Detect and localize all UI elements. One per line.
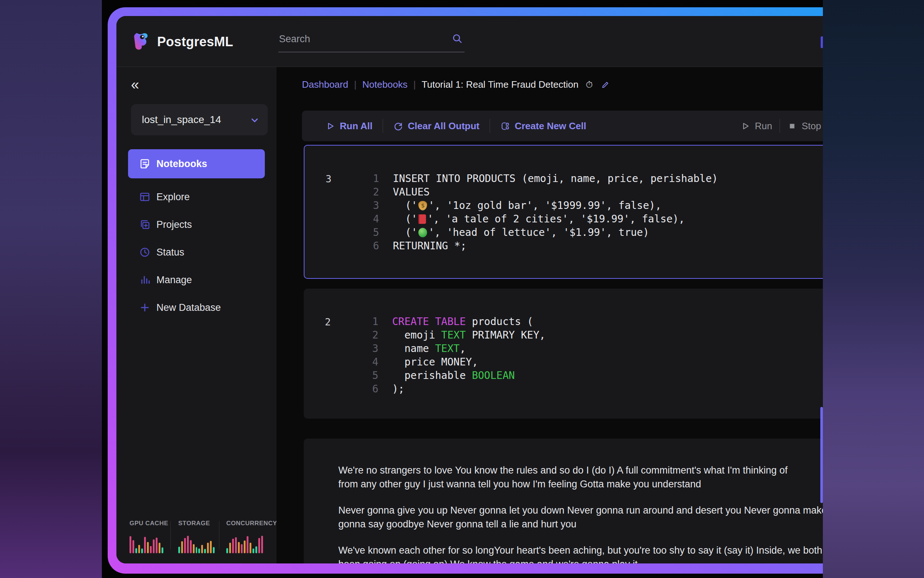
sidebar-item-label: Manage — [157, 274, 192, 286]
code-line: 3 name TEXT, — [304, 342, 823, 355]
toolbar-right-group: RunStop — [740, 110, 821, 141]
search-input[interactable]: Search — [278, 31, 464, 52]
sidebar-item-label: Notebooks — [157, 158, 207, 170]
search-icon[interactable] — [451, 33, 463, 44]
token: emoji — [392, 329, 441, 341]
code-line: 5 perishable BOOLEAN — [304, 369, 823, 382]
line-number: 4 — [304, 356, 378, 368]
sidebar-item-notebooks[interactable]: Notebooks — [128, 149, 265, 179]
meter-label: GPU CACHE — [129, 520, 170, 527]
button-label: Stop — [802, 120, 821, 132]
plus-icon — [139, 302, 150, 313]
stop-button[interactable]: Stop — [787, 120, 821, 132]
code-text: name TEXT, — [392, 343, 466, 354]
meter-label: CONCURRENCY — [226, 520, 267, 527]
sidebar-collapse-button[interactable]: « — [131, 77, 138, 92]
code-line: 3 ('', '1oz gold bar', '$1999.99', false… — [304, 199, 823, 212]
meter-bar — [156, 537, 157, 553]
meter-bar — [193, 544, 195, 553]
lyrics-line: been going on (going on) We know the gam… — [338, 557, 823, 563]
create-new-cell-button[interactable]: Create New Cell — [500, 120, 586, 132]
meter-bar — [178, 547, 180, 553]
stop-icon — [787, 121, 797, 131]
meter-divider — [219, 521, 219, 550]
lyrics-line: from any other guy I just wanna tell you… — [338, 477, 823, 491]
button-label: Create New Cell — [515, 120, 586, 132]
button-label: Clear All Output — [408, 120, 479, 132]
meter-bar — [159, 543, 160, 553]
meter-bar — [141, 549, 143, 553]
notebook-toolbar: Run AllClear All OutputCreate New Cell R… — [302, 110, 823, 141]
new-cell-icon — [500, 121, 510, 131]
meter-concurrency: CONCURRENCY — [226, 520, 267, 560]
meter-bar — [204, 549, 206, 553]
line-number: 1 — [304, 172, 379, 185]
refresh-icon — [393, 121, 403, 131]
code-line: 4 price MONEY, — [304, 355, 823, 369]
toolbar-left-group: Run AllClear All OutputCreate New Cell — [302, 110, 586, 141]
run-all-button[interactable]: Run All — [325, 120, 372, 132]
meter-gpu-cache: GPU CACHE — [129, 520, 170, 560]
sidebar-item-new-database[interactable]: New Database — [128, 294, 265, 321]
token: TEXT — [441, 329, 466, 341]
code-editor[interactable]: 1CREATE TABLE products (2 emoji TEXT PRI… — [304, 315, 823, 396]
search-underline — [278, 52, 464, 52]
meter-bar — [196, 547, 197, 553]
sidebar-item-projects[interactable]: Projects — [128, 211, 265, 238]
code-text: ('', 'head of lettuce', '$1.99', true) — [393, 226, 649, 239]
meter-bar-chart — [226, 531, 267, 553]
toolbar-divider — [490, 119, 490, 133]
code-text: VALUES — [393, 186, 430, 198]
meter-bar — [129, 536, 131, 553]
notebook-icon — [139, 158, 150, 170]
markdown-output: We're no strangers to love You know the … — [338, 463, 823, 563]
button-label: Run All — [340, 120, 372, 132]
database-selector[interactable]: lost_in_space_14 — [131, 104, 268, 135]
postgresml-logo-icon — [131, 31, 151, 52]
lettuce-emoji — [418, 228, 427, 237]
sidebar-item-explore[interactable]: Explore — [128, 183, 265, 210]
projects-icon — [139, 219, 150, 231]
top-navbar: PostgresML Search — [117, 16, 823, 67]
meter-bar — [181, 541, 183, 553]
scrollbar-thumb[interactable] — [820, 407, 823, 503]
code-text: ('', 'a tale of 2 cities', '$19.99', fal… — [393, 213, 685, 225]
lyrics-line: We've known each other for so longYour h… — [338, 544, 823, 557]
meter-bar — [210, 541, 212, 553]
token: (' — [393, 200, 417, 211]
code-text: price MONEY, — [392, 356, 478, 368]
code-cell[interactable]: 21CREATE TABLE products (2 emoji TEXT PR… — [304, 289, 823, 419]
token: products ( — [466, 316, 533, 328]
code-cell[interactable]: 31INSERT INTO PRODUCTS (emoji, name, pri… — [304, 145, 823, 279]
clear-all-output-button[interactable]: Clear All Output — [393, 120, 479, 132]
code-text: emoji TEXT PRIMARY KEY, — [392, 329, 545, 341]
meter-bar — [135, 548, 137, 553]
line-number: 6 — [304, 240, 379, 252]
run-button[interactable]: Run — [740, 120, 772, 132]
meter-bar-chart — [129, 531, 170, 553]
meter-bar — [153, 539, 155, 553]
lyrics-paragraph: Never gonna give you up Never gonna let … — [338, 503, 823, 531]
token: ', 'head of lettuce', '$1.99', true) — [428, 226, 649, 239]
meter-bar — [150, 546, 152, 553]
sidebar-item-manage[interactable]: Manage — [128, 266, 265, 293]
meter-bar — [162, 547, 163, 553]
line-number: 2 — [304, 329, 378, 341]
meter-bar — [213, 547, 215, 553]
sidebar-item-label: Status — [157, 247, 184, 258]
meter-bar — [198, 549, 200, 553]
background-left-glow — [0, 0, 102, 578]
lyrics-paragraph: We've known each other for so longYour h… — [338, 544, 823, 563]
meter-bar — [229, 543, 231, 553]
pencil-icon[interactable] — [601, 80, 610, 89]
code-editor[interactable]: 1INSERT INTO PRODUCTS (emoji, name, pric… — [304, 172, 823, 253]
sidebar-item-status[interactable]: Status — [128, 239, 265, 266]
play-icon — [325, 121, 335, 131]
meter-bar — [244, 541, 246, 553]
text-cell[interactable]: We're no strangers to love You know the … — [304, 438, 823, 563]
breadcrumb-link-notebooks[interactable]: Notebooks — [362, 79, 408, 90]
token: TEXT — [435, 343, 460, 354]
breadcrumb-link-dashboard[interactable]: Dashboard — [302, 79, 348, 90]
meter-bar — [226, 548, 228, 553]
token: PRIMARY KEY, — [466, 329, 545, 341]
